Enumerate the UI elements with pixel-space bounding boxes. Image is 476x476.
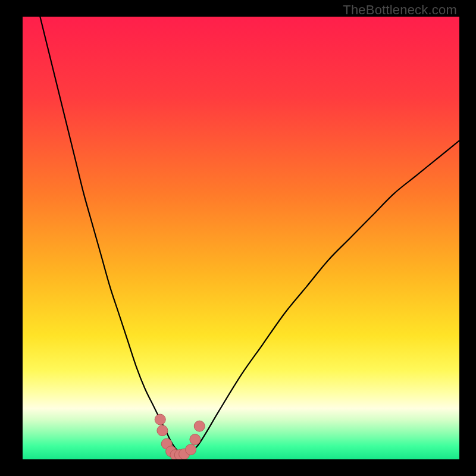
watermark-text: TheBottleneck.com [343,2,457,18]
marker-point [157,425,168,436]
marker-point [186,444,196,455]
marker-point [190,434,201,445]
marker-point [155,414,165,425]
chart-frame: TheBottleneck.com [0,0,476,476]
plot-area [23,17,459,459]
gradient-rect [23,17,459,459]
gradient-background [23,17,459,459]
marker-point [194,421,205,431]
